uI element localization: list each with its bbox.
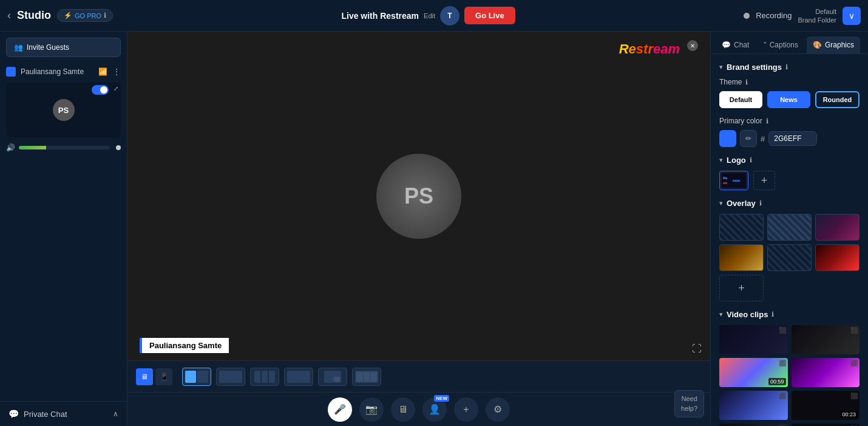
theme-rounded-button[interactable]: Rounded — [815, 91, 860, 108]
layout-bar: 🖥 📱 — [127, 360, 710, 392]
microphone-button[interactable]: 🎤 — [328, 397, 352, 422]
video-clips-info-icon: ℹ — [771, 311, 774, 318]
invite-icon: 👥 — [14, 43, 23, 52]
video-clip[interactable]: 00:59 ⬛ — [719, 358, 788, 387]
primary-color-info-icon: ℹ — [766, 117, 768, 125]
overlay-transparent2[interactable] — [767, 244, 812, 271]
expand-small-icon[interactable]: ⤢ — [114, 85, 118, 92]
add-person-button[interactable]: 👤 NEW — [422, 397, 447, 422]
theme-news-button[interactable]: News — [767, 91, 810, 108]
video-clip[interactable]: ⬛ — [792, 358, 860, 387]
video-clip[interactable]: ⬛ — [792, 424, 860, 426]
gopro-badge[interactable]: ⚡ GO PRO ℹ — [57, 9, 113, 22]
layout-pip-button[interactable] — [318, 368, 347, 386]
invite-label: Invite Guests — [27, 43, 69, 52]
overlay-gradient-red[interactable] — [815, 244, 860, 271]
add-overlay-button[interactable]: + — [719, 275, 764, 301]
graphics-tab-label: Graphics — [825, 41, 854, 49]
private-chat-bar[interactable]: 💬 Private Chat ∧ — [0, 402, 127, 426]
settings-button[interactable]: ⚙ — [486, 397, 510, 422]
studio-title: Studio — [17, 9, 51, 22]
video-clip[interactable]: 00:23 ⬛ — [792, 391, 860, 420]
guest-item: Pauliansang Samte 📶 ⋮ — [0, 63, 127, 80]
back-button[interactable]: ‹ — [7, 9, 11, 22]
overlay-checkered[interactable] — [767, 214, 812, 241]
need-help-label: Needhelp? — [681, 395, 697, 411]
captions-tab-icon: " — [764, 41, 766, 49]
add-media-button[interactable]: + — [454, 397, 478, 422]
tab-captions[interactable]: " Captions — [758, 36, 804, 53]
new-badge: NEW — [434, 395, 449, 402]
add-logo-button[interactable]: + — [753, 171, 775, 190]
user-avatar[interactable]: T — [440, 6, 459, 26]
overlay-header[interactable]: ▾ Overlay ℹ — [719, 199, 860, 208]
guest-video-area: ⤢ PS — [6, 83, 121, 137]
desktop-view-button[interactable]: 🖥 — [136, 368, 153, 385]
video-clip[interactable]: ⬛ — [719, 391, 788, 420]
restream-watermark: Restream — [619, 41, 680, 57]
fullscreen-button[interactable]: ⛶ — [692, 343, 702, 354]
brand-folder-label: Brand Folder — [798, 16, 836, 24]
overlay-grid: + — [719, 214, 860, 301]
go-live-button[interactable]: Go Live — [464, 7, 515, 24]
layout-split-button[interactable] — [182, 368, 211, 386]
name-overlay: Pauliansang Samte — [140, 338, 229, 353]
need-help-button[interactable]: Needhelp? — [674, 390, 704, 417]
theme-default-button[interactable]: Default — [719, 91, 762, 108]
svg-text:Re: Re — [723, 176, 728, 180]
layout-thirds-button[interactable] — [250, 368, 279, 386]
mobile-view-button[interactable]: 📱 — [155, 368, 172, 385]
logo-thumbnail[interactable]: Re str eam — [719, 171, 748, 190]
layout-single-button[interactable] — [216, 368, 245, 386]
tab-chat[interactable]: 💬 Chat — [716, 36, 755, 53]
video-toggle[interactable] — [92, 85, 109, 95]
logo-info-icon: ℹ — [750, 156, 752, 164]
video-clip[interactable]: 00:29 ⬛ — [719, 424, 788, 426]
graphics-tab-icon: 🎨 — [813, 41, 822, 49]
view-toggle: 🖥 📱 — [136, 368, 172, 385]
hash-symbol: # — [761, 134, 765, 143]
overlay-gradient-pink[interactable] — [815, 214, 860, 241]
audio-knob[interactable] — [116, 145, 121, 150]
signal-icon: 📶 — [98, 67, 107, 76]
controls-bar: 🎤 📷 🖥 👤 NEW + ⚙ — [127, 392, 710, 426]
clip-icon: ⬛ — [779, 393, 786, 399]
gopro-label: GO PRO — [75, 12, 101, 19]
close-watermark-button[interactable]: ✕ — [687, 40, 698, 51]
invite-guests-button[interactable]: 👥 Invite Guests — [6, 38, 121, 57]
chat-tab-label: Chat — [734, 41, 749, 49]
color-row: ✏ # — [719, 130, 860, 147]
audio-icon: 🔊 — [6, 143, 15, 152]
video-clip[interactable]: ⬛ — [792, 325, 860, 354]
layout-wide-button[interactable] — [284, 368, 313, 386]
video-clip[interactable]: ⬛ — [719, 325, 788, 354]
private-chat-text: Private Chat — [24, 410, 67, 419]
edit-button[interactable]: Edit — [424, 12, 435, 19]
color-swatch[interactable] — [719, 130, 736, 147]
video-clips-chevron-icon: ▾ — [719, 311, 723, 318]
logo-chevron-icon: ▾ — [719, 156, 723, 164]
brand-settings-header[interactable]: ▾ Brand settings ℹ — [719, 63, 860, 72]
overlay-transparent[interactable] — [719, 214, 764, 241]
overlay-gradient-gold[interactable] — [719, 244, 764, 271]
layout-filmstrip-button[interactable] — [352, 368, 381, 386]
camera-button[interactable]: 📷 — [359, 397, 384, 422]
gopro-info-icon: ℹ — [104, 12, 106, 19]
screen-icon: 🖥 — [398, 404, 408, 415]
overlay-title: Overlay — [727, 199, 756, 208]
expand-button[interactable]: ∨ — [843, 7, 861, 25]
screen-share-button[interactable]: 🖥 — [391, 397, 415, 422]
audio-track — [19, 146, 110, 149]
cam-icon: 📷 — [365, 404, 378, 415]
logo-header[interactable]: ▾ Logo ℹ — [719, 156, 860, 165]
video-clips-header[interactable]: ▾ Video clips ℹ — [719, 310, 860, 319]
color-hex-input[interactable] — [768, 131, 817, 146]
left-panel: 👥 Invite Guests Pauliansang Samte 📶 ⋮ ⤢ … — [0, 32, 127, 426]
edit-color-button[interactable]: ✏ — [740, 130, 757, 147]
brand-settings-info-icon: ℹ — [785, 63, 788, 71]
more-options-icon[interactable]: ⋮ — [112, 67, 121, 77]
chat-icon: 💬 — [8, 409, 19, 419]
captions-tab-label: Captions — [770, 41, 798, 49]
guest-name: Pauliansang Samte — [21, 67, 93, 76]
tab-graphics[interactable]: 🎨 Graphics — [807, 36, 860, 53]
